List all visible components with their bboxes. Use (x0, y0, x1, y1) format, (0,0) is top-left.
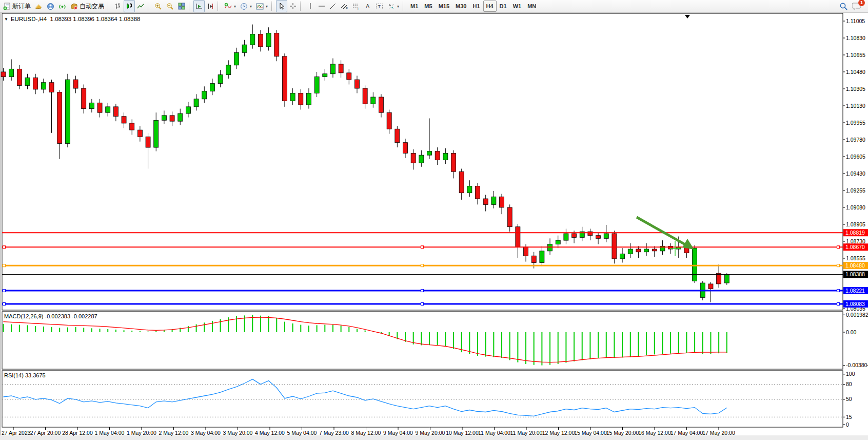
svg-text:1.10480: 1.10480 (846, 69, 865, 75)
svg-text:1.09255: 1.09255 (846, 187, 865, 194)
svg-text:3 May 20:00: 3 May 20:00 (223, 430, 253, 436)
market-watch-button[interactable] (33, 0, 45, 12)
svg-text:3 May 04:00: 3 May 04:00 (191, 430, 221, 436)
svg-text:5 May 04:00: 5 May 04:00 (287, 430, 317, 436)
tile-windows-button[interactable] (176, 0, 187, 12)
svg-text:F: F (358, 7, 360, 10)
community-button[interactable] (45, 0, 56, 12)
svg-text:1 May 20:00: 1 May 20:00 (127, 430, 156, 436)
svg-text:E: E (346, 7, 348, 10)
svg-text:0.00: 0.00 (846, 329, 857, 335)
templates-button[interactable]: ▾ (254, 0, 270, 12)
svg-text:80: 80 (846, 381, 852, 387)
timeframe-button-m30[interactable]: M30 (452, 1, 469, 12)
svg-text:1.10830: 1.10830 (846, 35, 865, 41)
svg-text:1.08905: 1.08905 (846, 221, 865, 227)
chart-symbol-period: EURUSD-,H4 (11, 16, 47, 22)
toolbar-separator (218, 2, 221, 11)
auto-scroll-button[interactable] (193, 0, 205, 12)
svg-text:1.08221: 1.08221 (845, 288, 865, 294)
dropdown-caret: ▾ (250, 4, 252, 9)
svg-text:100: 100 (846, 371, 855, 377)
bar-chart-button[interactable] (112, 0, 124, 12)
zoom-in-icon (154, 3, 162, 10)
timeframe-button-w1[interactable]: W1 (510, 1, 525, 12)
text-button[interactable]: A (362, 0, 373, 12)
svg-text:17 May 20:00: 17 May 20:00 (702, 430, 735, 436)
toolbar-separator (300, 2, 303, 11)
auto-trading-icon (70, 3, 78, 10)
svg-text:4 May 12:00: 4 May 12:00 (255, 430, 285, 436)
candlestick-chart-button[interactable] (124, 0, 135, 12)
indicators-button[interactable]: ▾ (222, 0, 238, 12)
text-label-button[interactable]: T (373, 0, 385, 12)
market-watch-icon (35, 3, 43, 10)
crosshair-button[interactable] (287, 0, 299, 12)
chart-ohlc-values: 1.08393 1.08396 1.08364 1.08388 (50, 16, 141, 22)
new-order-label: 新订单 (12, 2, 31, 11)
svg-text:A: A (366, 3, 370, 9)
chart-shift-button[interactable] (205, 0, 216, 12)
timeframe-button-d1[interactable]: D1 (497, 1, 510, 12)
arrows-button[interactable]: ▾ (385, 0, 401, 12)
horizontal-line-icon (318, 3, 325, 10)
equidistant-channel-button[interactable]: E (339, 0, 350, 12)
search-icon[interactable] (839, 2, 848, 11)
chat-badge: 1 (858, 0, 865, 6)
svg-text:1.08083: 1.08083 (845, 301, 865, 307)
candlestick-chart-icon (126, 3, 133, 10)
timeframe-button-mn[interactable]: MN (524, 1, 539, 12)
zoom-out-button[interactable] (164, 0, 176, 12)
svg-text:16 May 12:00: 16 May 12:00 (638, 430, 671, 436)
vertical-line-button[interactable] (305, 0, 316, 12)
toolbar-separator (403, 2, 406, 11)
svg-text:1.08730: 1.08730 (846, 238, 865, 244)
periods-icon (240, 3, 248, 10)
dropdown-caret: ▾ (234, 4, 236, 9)
svg-text:1.11005: 1.11005 (846, 18, 865, 24)
timeframe-button-m15[interactable]: M15 (436, 1, 452, 12)
svg-text:9 May 20:00: 9 May 20:00 (416, 430, 445, 436)
timeframe-button-h1[interactable]: H1 (469, 1, 483, 12)
equidistant-channel-icon: E (341, 3, 348, 10)
svg-text:1.08388: 1.08388 (845, 271, 865, 277)
chart-canvas[interactable]: 1.110051.108301.106551.104801.103051.101… (0, 0, 868, 440)
line-chart-button[interactable] (135, 0, 146, 12)
horizontal-line-button[interactable] (316, 0, 327, 12)
fibonacci-button[interactable]: F (350, 0, 362, 12)
svg-text:1.08819: 1.08819 (845, 229, 865, 236)
timeframe-group: M1M5M15M30H1H4D1W1MN (407, 0, 539, 12)
trendline-button[interactable] (327, 0, 339, 12)
timeframe-button-h4[interactable]: H4 (483, 1, 497, 12)
cursor-button[interactable] (276, 0, 287, 12)
application-window: { "toolbar": { "new_order_label": "新订单",… (0, 0, 868, 440)
text-label-icon: T (376, 3, 383, 10)
vertical-line-icon (307, 3, 314, 10)
timeframe-button-m1[interactable]: M1 (407, 1, 421, 12)
zoom-in-button[interactable] (152, 0, 164, 12)
svg-text:8 May 12:00: 8 May 12:00 (351, 430, 381, 436)
timeframe-button-m5[interactable]: M5 (421, 1, 435, 12)
chat-icon[interactable]: 1 (852, 2, 862, 11)
periods-button[interactable]: ▾ (238, 0, 254, 12)
text-icon: A (364, 3, 371, 10)
svg-text:1.08555: 1.08555 (846, 255, 865, 261)
svg-text:15: 15 (846, 414, 852, 420)
collapse-triangle-icon[interactable]: ▼ (4, 17, 8, 22)
svg-text:1 May 04:00: 1 May 04:00 (95, 430, 125, 436)
crosshair-icon (289, 3, 297, 10)
auto-trading-label: 自动交易 (80, 2, 104, 11)
toolbar-separator (271, 2, 274, 11)
svg-text:0.001982: 0.001982 (846, 312, 868, 318)
signals-button[interactable] (56, 0, 68, 12)
svg-text:1.10130: 1.10130 (846, 103, 865, 109)
signals-icon (58, 3, 66, 10)
line-chart-icon (137, 3, 144, 10)
chart-title: ▼EURUSD-,H4 1.08393 1.08396 1.08364 1.08… (4, 16, 140, 22)
svg-text:17 May 04:00: 17 May 04:00 (670, 430, 703, 436)
new-order-button[interactable]: 新订单 (1, 0, 33, 12)
templates-icon (256, 3, 264, 10)
auto-trading-button[interactable]: 自动交易 (68, 0, 106, 12)
trendline-icon (329, 3, 337, 10)
svg-text:11 May 04:00: 11 May 04:00 (478, 430, 510, 436)
